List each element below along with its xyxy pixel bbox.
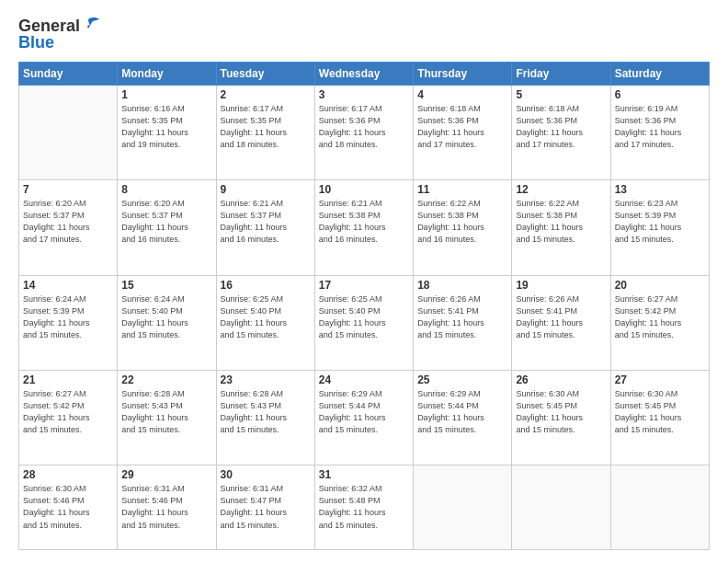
day-number: 10 bbox=[319, 183, 409, 196]
weekday-header: Thursday bbox=[414, 63, 512, 86]
day-info: Sunrise: 6:28 AM Sunset: 5:43 PM Dayligh… bbox=[121, 388, 211, 436]
day-info: Sunrise: 6:30 AM Sunset: 5:45 PM Dayligh… bbox=[615, 388, 705, 436]
calendar-cell: 5Sunrise: 6:18 AM Sunset: 5:36 PM Daylig… bbox=[512, 86, 610, 180]
day-number: 16 bbox=[221, 279, 311, 292]
weekday-header: Saturday bbox=[610, 63, 709, 86]
day-info: Sunrise: 6:32 AM Sunset: 5:48 PM Dayligh… bbox=[319, 483, 409, 531]
day-info: Sunrise: 6:29 AM Sunset: 5:44 PM Dayligh… bbox=[319, 388, 409, 436]
calendar-cell bbox=[414, 465, 512, 550]
calendar-cell: 11Sunrise: 6:22 AM Sunset: 5:38 PM Dayli… bbox=[414, 180, 512, 275]
weekday-header: Friday bbox=[512, 63, 610, 86]
day-info: Sunrise: 6:25 AM Sunset: 5:40 PM Dayligh… bbox=[319, 293, 409, 341]
calendar-cell: 7Sunrise: 6:20 AM Sunset: 5:37 PM Daylig… bbox=[19, 180, 118, 275]
logo-blue: Blue bbox=[18, 33, 54, 52]
day-number: 27 bbox=[615, 373, 705, 386]
day-info: Sunrise: 6:30 AM Sunset: 5:45 PM Dayligh… bbox=[516, 388, 606, 436]
day-info: Sunrise: 6:17 AM Sunset: 5:36 PM Dayligh… bbox=[319, 103, 409, 151]
day-number: 3 bbox=[319, 88, 409, 101]
day-number: 28 bbox=[23, 468, 113, 481]
calendar-cell bbox=[19, 86, 118, 180]
calendar-cell: 31Sunrise: 6:32 AM Sunset: 5:48 PM Dayli… bbox=[314, 465, 413, 550]
calendar-cell: 13Sunrise: 6:23 AM Sunset: 5:39 PM Dayli… bbox=[610, 180, 709, 275]
day-number: 30 bbox=[221, 468, 311, 481]
day-info: Sunrise: 6:25 AM Sunset: 5:40 PM Dayligh… bbox=[221, 293, 311, 341]
day-number: 15 bbox=[121, 279, 211, 292]
calendar-cell: 9Sunrise: 6:21 AM Sunset: 5:37 PM Daylig… bbox=[216, 180, 314, 275]
day-info: Sunrise: 6:19 AM Sunset: 5:36 PM Dayligh… bbox=[615, 103, 705, 151]
day-number: 23 bbox=[221, 373, 311, 386]
day-number: 9 bbox=[221, 183, 311, 196]
day-number: 19 bbox=[516, 279, 606, 292]
calendar-cell: 1Sunrise: 6:16 AM Sunset: 5:35 PM Daylig… bbox=[118, 86, 216, 180]
day-info: Sunrise: 6:20 AM Sunset: 5:37 PM Dayligh… bbox=[23, 198, 113, 246]
day-info: Sunrise: 6:18 AM Sunset: 5:36 PM Dayligh… bbox=[417, 103, 507, 151]
calendar-cell: 25Sunrise: 6:29 AM Sunset: 5:44 PM Dayli… bbox=[414, 371, 512, 465]
day-info: Sunrise: 6:27 AM Sunset: 5:42 PM Dayligh… bbox=[615, 293, 705, 341]
calendar-cell: 8Sunrise: 6:20 AM Sunset: 5:37 PM Daylig… bbox=[118, 180, 216, 275]
calendar-cell: 18Sunrise: 6:26 AM Sunset: 5:41 PM Dayli… bbox=[414, 275, 512, 370]
page: General Blue SundayMondayTuesdayWednesda… bbox=[0, 0, 728, 563]
calendar-cell: 3Sunrise: 6:17 AM Sunset: 5:36 PM Daylig… bbox=[314, 86, 413, 180]
day-number: 24 bbox=[319, 373, 409, 386]
day-info: Sunrise: 6:18 AM Sunset: 5:36 PM Dayligh… bbox=[516, 103, 606, 151]
calendar-cell: 6Sunrise: 6:19 AM Sunset: 5:36 PM Daylig… bbox=[610, 86, 709, 180]
header: General Blue bbox=[18, 17, 710, 52]
day-info: Sunrise: 6:21 AM Sunset: 5:37 PM Dayligh… bbox=[221, 198, 311, 246]
day-info: Sunrise: 6:29 AM Sunset: 5:44 PM Dayligh… bbox=[417, 388, 507, 436]
calendar-cell: 14Sunrise: 6:24 AM Sunset: 5:39 PM Dayli… bbox=[19, 275, 118, 370]
calendar-cell: 17Sunrise: 6:25 AM Sunset: 5:40 PM Dayli… bbox=[314, 275, 413, 370]
calendar-cell: 16Sunrise: 6:25 AM Sunset: 5:40 PM Dayli… bbox=[216, 275, 314, 370]
calendar-cell: 15Sunrise: 6:24 AM Sunset: 5:40 PM Dayli… bbox=[118, 275, 216, 370]
day-number: 31 bbox=[319, 468, 409, 481]
day-number: 12 bbox=[516, 183, 606, 196]
logo: General Blue bbox=[18, 17, 101, 52]
day-number: 26 bbox=[516, 373, 606, 386]
day-number: 8 bbox=[121, 183, 211, 196]
day-number: 7 bbox=[23, 183, 113, 196]
day-number: 20 bbox=[615, 279, 705, 292]
day-info: Sunrise: 6:26 AM Sunset: 5:41 PM Dayligh… bbox=[417, 293, 507, 341]
day-info: Sunrise: 6:24 AM Sunset: 5:39 PM Dayligh… bbox=[23, 293, 113, 341]
calendar-cell: 19Sunrise: 6:26 AM Sunset: 5:41 PM Dayli… bbox=[512, 275, 610, 370]
calendar-cell: 28Sunrise: 6:30 AM Sunset: 5:46 PM Dayli… bbox=[19, 465, 118, 550]
day-number: 17 bbox=[319, 279, 409, 292]
day-number: 1 bbox=[121, 88, 211, 101]
day-number: 4 bbox=[417, 88, 507, 101]
calendar-cell: 22Sunrise: 6:28 AM Sunset: 5:43 PM Dayli… bbox=[118, 371, 216, 465]
day-number: 18 bbox=[417, 279, 507, 292]
logo-bird-icon bbox=[81, 16, 101, 36]
day-info: Sunrise: 6:24 AM Sunset: 5:40 PM Dayligh… bbox=[121, 293, 211, 341]
calendar-cell: 24Sunrise: 6:29 AM Sunset: 5:44 PM Dayli… bbox=[314, 371, 413, 465]
calendar-cell: 10Sunrise: 6:21 AM Sunset: 5:38 PM Dayli… bbox=[314, 180, 413, 275]
calendar-cell: 21Sunrise: 6:27 AM Sunset: 5:42 PM Dayli… bbox=[19, 371, 118, 465]
calendar-table: SundayMondayTuesdayWednesdayThursdayFrid… bbox=[18, 62, 710, 550]
calendar-cell bbox=[610, 465, 709, 550]
calendar-cell: 30Sunrise: 6:31 AM Sunset: 5:47 PM Dayli… bbox=[216, 465, 314, 550]
weekday-header: Sunday bbox=[19, 63, 118, 86]
day-number: 11 bbox=[417, 183, 507, 196]
calendar-cell: 4Sunrise: 6:18 AM Sunset: 5:36 PM Daylig… bbox=[414, 86, 512, 180]
day-number: 13 bbox=[615, 183, 705, 196]
weekday-header: Tuesday bbox=[216, 63, 314, 86]
day-number: 6 bbox=[615, 88, 705, 101]
day-info: Sunrise: 6:16 AM Sunset: 5:35 PM Dayligh… bbox=[121, 103, 211, 151]
day-number: 21 bbox=[23, 373, 113, 386]
day-info: Sunrise: 6:27 AM Sunset: 5:42 PM Dayligh… bbox=[23, 388, 113, 436]
day-info: Sunrise: 6:20 AM Sunset: 5:37 PM Dayligh… bbox=[121, 198, 211, 246]
day-number: 22 bbox=[121, 373, 211, 386]
weekday-header: Monday bbox=[118, 63, 216, 86]
day-info: Sunrise: 6:22 AM Sunset: 5:38 PM Dayligh… bbox=[417, 198, 507, 246]
calendar-cell bbox=[512, 465, 610, 550]
day-number: 29 bbox=[121, 468, 211, 481]
day-number: 5 bbox=[516, 88, 606, 101]
calendar-cell: 23Sunrise: 6:28 AM Sunset: 5:43 PM Dayli… bbox=[216, 371, 314, 465]
day-info: Sunrise: 6:31 AM Sunset: 5:46 PM Dayligh… bbox=[121, 483, 211, 531]
day-info: Sunrise: 6:31 AM Sunset: 5:47 PM Dayligh… bbox=[221, 483, 311, 531]
day-number: 14 bbox=[23, 279, 113, 292]
day-info: Sunrise: 6:23 AM Sunset: 5:39 PM Dayligh… bbox=[615, 198, 705, 246]
day-number: 25 bbox=[417, 373, 507, 386]
day-info: Sunrise: 6:21 AM Sunset: 5:38 PM Dayligh… bbox=[319, 198, 409, 246]
calendar-cell: 27Sunrise: 6:30 AM Sunset: 5:45 PM Dayli… bbox=[610, 371, 709, 465]
calendar-cell: 29Sunrise: 6:31 AM Sunset: 5:46 PM Dayli… bbox=[118, 465, 216, 550]
day-info: Sunrise: 6:30 AM Sunset: 5:46 PM Dayligh… bbox=[23, 483, 113, 531]
